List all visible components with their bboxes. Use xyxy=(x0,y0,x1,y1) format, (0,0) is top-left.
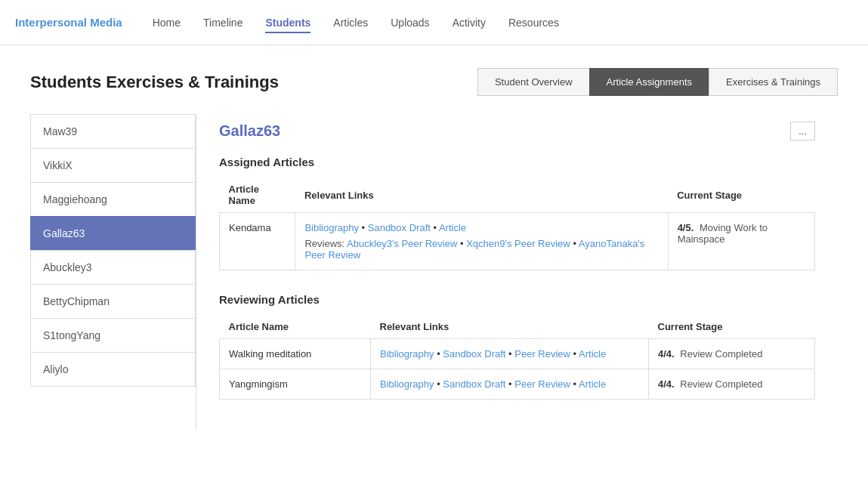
assigned-articles-title: Assigned Articles xyxy=(219,156,815,168)
reviewing-article-links-2: Bibliography • Sandbox Draft • Peer Revi… xyxy=(371,369,649,400)
peer-review-link-r1[interactable]: Peer Review xyxy=(514,348,570,360)
student-list: Maw39 VikkiX Maggiehoang Gallaz63 Abuckl… xyxy=(30,114,196,430)
table-row: Kendama Bibliography • Sandbox Draft • A… xyxy=(220,213,815,270)
bib-link-r1[interactable]: Bibliography xyxy=(380,348,434,360)
reviewing-stage-1: 4/4. Review Completed xyxy=(649,339,815,369)
tab-exercises-trainings[interactable]: Exercises & Trainings xyxy=(709,68,838,96)
peer-review-link-r2[interactable]: Peer Review xyxy=(514,378,570,390)
table-row: Walking meditation Bibliography • Sandbo… xyxy=(220,339,815,369)
student-item[interactable]: VikkiX xyxy=(30,148,196,182)
nav-articles[interactable]: Articles xyxy=(333,17,368,32)
reviewing-article-name-1: Walking meditation xyxy=(220,339,371,369)
main-container: Students Exercises & Trainings Student O… xyxy=(0,45,868,452)
article-links-cell: Bibliography • Sandbox Draft • Article R… xyxy=(295,213,668,270)
stage-desc-r1: Review Completed xyxy=(680,348,762,360)
article-link[interactable]: Article xyxy=(439,222,466,233)
selected-student-name: Gallaz63 xyxy=(219,122,280,140)
sandbox-draft-link[interactable]: Sandbox Draft xyxy=(368,222,431,233)
more-options-button[interactable]: ... xyxy=(790,122,815,140)
reviewing-articles-title: Reviewing Articles xyxy=(219,293,815,306)
article-link-r1[interactable]: Article xyxy=(579,348,606,360)
col-current-stage: Current Stage xyxy=(668,178,814,213)
peer-review-link-2[interactable]: Xqchen9's Peer Review xyxy=(466,238,570,249)
top-navigation: Interpersonal Media Home Timeline Studen… xyxy=(0,0,868,45)
current-stage-cell: 4/5. Moving Work to Mainspace xyxy=(668,213,814,270)
col-relevant-links: Relevant Links xyxy=(295,178,668,213)
page-header: Students Exercises & Trainings Student O… xyxy=(30,68,838,96)
detail-panel: Gallaz63 ... Assigned Articles Article N… xyxy=(196,114,838,430)
nav-activity[interactable]: Activity xyxy=(453,17,486,32)
sandbox-link-r2[interactable]: Sandbox Draft xyxy=(443,378,505,390)
stage-number: 4/5. xyxy=(678,222,694,233)
student-item[interactable]: BettyChipman xyxy=(30,284,196,318)
nav-timeline[interactable]: Timeline xyxy=(203,17,242,32)
reviewing-article-name-2: Yangmingism xyxy=(220,369,371,400)
article-name-cell: Kendama xyxy=(220,213,295,270)
tab-buttons: Student Overview Article Assignments Exe… xyxy=(477,68,838,96)
content-area: Maw39 VikkiX Maggiehoang Gallaz63 Abuckl… xyxy=(30,114,838,430)
reviewing-stage-2: 4/4. Review Completed xyxy=(649,369,815,400)
stage-num-r2: 4/4. xyxy=(658,378,675,390)
student-item[interactable]: Maggiehoang xyxy=(30,182,196,216)
table-row: Yangmingism Bibliography • Sandbox Draft… xyxy=(220,369,815,400)
sandbox-link-r1[interactable]: Sandbox Draft xyxy=(443,348,505,360)
tab-article-assignments[interactable]: Article Assignments xyxy=(589,68,709,96)
stage-num-r1: 4/4. xyxy=(658,348,675,360)
reviewing-articles-table: Article Name Relevant Links Current Stag… xyxy=(219,315,815,400)
student-item[interactable]: Abuckley3 xyxy=(30,250,196,284)
student-item[interactable]: Aliylo xyxy=(30,352,196,387)
col-current-stage-r: Current Stage xyxy=(649,315,815,339)
bibliography-link[interactable]: Bibliography xyxy=(304,222,359,233)
nav-uploads[interactable]: Uploads xyxy=(391,17,429,32)
nav-home[interactable]: Home xyxy=(153,17,181,32)
tab-student-overview[interactable]: Student Overview xyxy=(477,68,589,96)
reviewing-article-links-1: Bibliography • Sandbox Draft • Peer Revi… xyxy=(371,339,649,369)
nav-links: Home Timeline Students Articles Uploads … xyxy=(153,17,559,29)
student-item-active[interactable]: Gallaz63 xyxy=(30,216,196,250)
page-title: Students Exercises & Trainings xyxy=(30,73,279,92)
stage-desc-r2: Review Completed xyxy=(680,378,762,390)
nav-students[interactable]: Students xyxy=(265,17,310,33)
col-article-name: Article Name xyxy=(220,178,295,213)
bib-link-r2[interactable]: Bibliography xyxy=(380,378,434,390)
brand-logo[interactable]: Interpersonal Media xyxy=(15,16,122,29)
student-name-header: Gallaz63 ... xyxy=(219,122,815,140)
peer-review-link-1[interactable]: Abuckley3's Peer Review xyxy=(347,238,457,249)
col-relevant-links-r: Relevant Links xyxy=(371,315,649,339)
col-article-name-r: Article Name xyxy=(220,315,371,339)
nav-resources[interactable]: Resources xyxy=(508,17,559,32)
student-item[interactable]: S1tongYang xyxy=(30,318,196,352)
student-item[interactable]: Maw39 xyxy=(30,114,196,148)
assigned-articles-table: Article Name Relevant Links Current Stag… xyxy=(219,178,815,270)
article-link-r2[interactable]: Article xyxy=(579,378,606,390)
